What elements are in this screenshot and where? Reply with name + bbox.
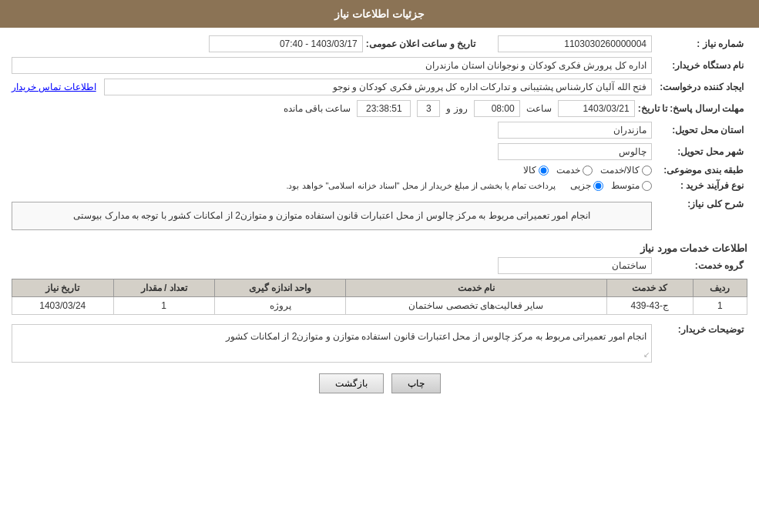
- shomara-niaz-value: 1103030260000004: [498, 35, 652, 52]
- grooh-khadamat-label: گروه خدمت:: [655, 260, 747, 271]
- radio-kala-label: کالا: [523, 165, 536, 176]
- khadamat-section-title: اطلاعات خدمات مورد نیاز: [12, 243, 747, 254]
- farayand-radio-group: متوسط جزیی: [570, 180, 652, 191]
- ijad-value: فتح الله آلیان کارشناس پشتیبانی و تدارکا…: [104, 79, 652, 95]
- shahr-label: شهر محل تحویل:: [655, 146, 747, 157]
- shahr-value: چالوس: [498, 143, 652, 160]
- cell-radif: 1: [693, 297, 747, 315]
- ettelaat-tamas-link[interactable]: اطلاعات تماس خریدار: [12, 82, 96, 92]
- mohlat-label: مهلت ارسال پاسخ: تا تاریخ:: [638, 103, 747, 114]
- shrh-label: شرح کلی نیاز:: [655, 196, 747, 209]
- page-header: جزئیات اطلاعات نیاز: [0, 0, 759, 28]
- tarikh-label: تاریخ و ساعت اعلان عمومی:: [366, 38, 479, 49]
- date-value: 1403/03/21: [558, 100, 635, 117]
- cell-tedaad: 1: [113, 297, 214, 315]
- remaining-time: 23:38:51: [357, 100, 411, 117]
- radio-motovaset-label: متوسط: [611, 180, 640, 191]
- radio-motovaset[interactable]: متوسط: [611, 180, 652, 191]
- radio-kala[interactable]: کالا: [523, 165, 549, 176]
- tabagheh-label: طبقه بندی موضوعی:: [655, 165, 747, 176]
- tosif-value: انجام امور تعمیراتی مربوط به مرکز چالوس …: [12, 324, 652, 363]
- rooz-value: 3: [417, 100, 440, 117]
- col-radif: ردیف: [693, 279, 747, 297]
- radio-jozee-label: جزیی: [570, 180, 591, 191]
- radio-jozee[interactable]: جزیی: [570, 180, 603, 191]
- col-tedaad: تعداد / مقدار: [113, 279, 214, 297]
- nam-dastgah-value: اداره کل پرورش فکری کودکان و نوجوانان اس…: [12, 57, 652, 74]
- radio-kala-khadamat[interactable]: کالا/خدمت: [600, 165, 652, 176]
- col-tarikh: تاریخ نیاز: [12, 279, 114, 297]
- baqimandeh-label: ساعت باقی مانده: [284, 103, 351, 114]
- print-button[interactable]: چاپ: [391, 373, 441, 393]
- services-table: ردیف کد خدمت نام خدمت واحد اندازه گیری ت…: [12, 279, 747, 315]
- tarikh-value: 1403/03/17 - 07:40: [209, 35, 363, 52]
- saat-value: 08:00: [474, 100, 520, 117]
- action-buttons: چاپ بازگشت: [12, 373, 747, 405]
- rooz-label: روز و: [446, 103, 467, 114]
- ijad-label: ایجاد کننده درخواست:: [655, 82, 747, 92]
- nam-dastgah-label: نام دستگاه خریدار:: [655, 60, 747, 71]
- shrh-value: انجام امور تعمیراتی مربوط به مرکز چالوس …: [12, 202, 652, 230]
- tabagheh-radio-group: کالا/خدمت خدمت کالا: [523, 165, 652, 176]
- cell-nam: سایر فعالیت‌های تخصصی ساختمان: [346, 297, 606, 315]
- saat-label: ساعت: [526, 103, 552, 114]
- nooe-farayand-label: نوع فرآیند خرید :: [655, 180, 747, 191]
- page-title: جزئیات اطلاعات نیاز: [334, 8, 425, 20]
- col-vahed: واحد اندازه گیری: [214, 279, 345, 297]
- back-button[interactable]: بازگشت: [319, 373, 384, 393]
- col-kod: کد خدمت: [606, 279, 693, 297]
- shomara-niaz-label: شماره نیاز :: [655, 38, 747, 49]
- grooh-khadamat-value: ساختمان: [498, 257, 652, 274]
- tosif-label: توضیحات خریدار:: [655, 321, 747, 335]
- ostan-value: مازندران: [498, 122, 652, 139]
- radio-khadamat[interactable]: خدمت: [556, 165, 593, 176]
- radio-khadamat-label: خدمت: [556, 165, 580, 176]
- farayand-note: پرداخت تمام یا بخشی از مبلغ خریدار از مح…: [286, 181, 556, 191]
- ostan-label: استان محل تحویل:: [655, 125, 747, 136]
- cell-vahed: پروژه: [214, 297, 345, 315]
- cell-tarikh: 1403/03/24: [12, 297, 114, 315]
- radio-kala-khadamat-label: کالا/خدمت: [600, 165, 640, 176]
- table-row: 1 ج-43-439 سایر فعالیت‌های تخصصی ساختمان…: [12, 297, 747, 315]
- col-nam: نام خدمت: [346, 279, 606, 297]
- cell-kod: ج-43-439: [606, 297, 693, 315]
